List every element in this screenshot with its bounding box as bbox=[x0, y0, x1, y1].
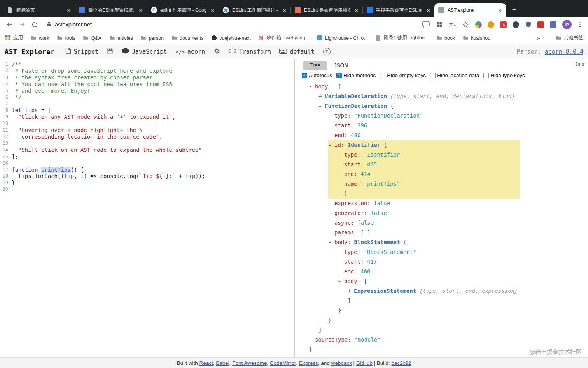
browser-tab[interactable]: 手摸手教你写个ESLint插× bbox=[363, 3, 434, 17]
tab-tree[interactable]: Tree bbox=[303, 61, 327, 70]
tree-node-line[interactable]: params: [ ] bbox=[295, 228, 588, 238]
bookmark-item[interactable]: documents bbox=[171, 35, 203, 41]
tab-close-icon[interactable]: × bbox=[210, 7, 215, 14]
red-extension-icon[interactable] bbox=[537, 21, 544, 28]
reload-button[interactable] bbox=[29, 19, 40, 30]
footer-link[interactable]: React bbox=[199, 360, 213, 366]
checkbox-checked-icon[interactable]: ✓ bbox=[336, 73, 342, 78]
tree-node-line[interactable]: -body: [ bbox=[295, 82, 588, 92]
code-line[interactable]: 2 * Paste or drop some JavaScript here a… bbox=[0, 68, 294, 74]
checkbox-unchecked-icon[interactable] bbox=[430, 73, 436, 78]
menu-kebab-icon[interactable] bbox=[578, 22, 583, 27]
tree-node-line[interactable]: type: "FunctionDeclaration" bbox=[295, 111, 588, 121]
save-button[interactable] bbox=[103, 44, 117, 59]
tree-node-line[interactable]: end: 480 bbox=[295, 267, 588, 276]
bookmark-item[interactable]: tools bbox=[56, 35, 75, 41]
collapse-toggle-icon[interactable]: - bbox=[309, 82, 315, 92]
tree-node-line[interactable]: end: 414 bbox=[328, 169, 520, 179]
tab-close-icon[interactable]: × bbox=[497, 7, 503, 14]
transform-default-button[interactable]: default bbox=[275, 44, 318, 59]
footer-link[interactable]: CodeMirror bbox=[270, 360, 296, 366]
star-icon[interactable] bbox=[462, 21, 469, 28]
dark-extension-icon[interactable] bbox=[513, 21, 519, 28]
bookmark-item[interactable]: person bbox=[140, 35, 164, 41]
checkbox-unchecked-icon[interactable] bbox=[483, 73, 489, 78]
footer-link[interactable]: GitHub bbox=[356, 360, 373, 366]
collapse-toggle-icon[interactable]: - bbox=[328, 140, 334, 150]
tab-json[interactable]: JSON bbox=[327, 61, 354, 70]
grid-icon[interactable] bbox=[436, 21, 443, 28]
tree-node-line[interactable]: generator: false bbox=[295, 208, 588, 218]
footer-link[interactable]: bac2c92 bbox=[391, 360, 411, 366]
code-line[interactable]: 7 bbox=[0, 100, 294, 107]
bookmark-item[interactable]: 附录1 使用 Lightho... bbox=[375, 35, 429, 41]
code-line[interactable]: 20 bbox=[0, 186, 294, 193]
browser-tab[interactable]: 新标签页× bbox=[3, 3, 75, 17]
browser-tab[interactable]: 最全的ESlint配置模板,× bbox=[75, 3, 147, 17]
checkbox-unchecked-icon[interactable] bbox=[380, 73, 385, 78]
footer-link[interactable]: Babel bbox=[216, 360, 229, 366]
parser-version-link[interactable]: acorn-8.0.4 bbox=[545, 48, 583, 55]
code-line[interactable]: 6 */ bbox=[0, 94, 294, 101]
code-line[interactable]: 1/** bbox=[0, 61, 294, 68]
browser-tab[interactable]: 知ESLint 工作原理探讨 -× bbox=[219, 3, 290, 17]
code-line[interactable]: 16 bbox=[0, 160, 294, 167]
checkbox-checked-icon[interactable]: ✓ bbox=[302, 73, 307, 78]
tab-close-icon[interactable]: × bbox=[354, 7, 359, 14]
code-line[interactable]: 8let tips = [ bbox=[0, 107, 294, 114]
footer-link[interactable]: webpack bbox=[331, 360, 352, 366]
code-editor[interactable]: 1/**2 * Paste or drop some JavaScript he… bbox=[0, 59, 294, 357]
tab-close-icon[interactable]: × bbox=[282, 7, 287, 14]
bookmark-item[interactable]: 应用 bbox=[5, 35, 23, 41]
bookmark-item[interactable]: book bbox=[436, 35, 455, 41]
code-line[interactable]: 3 * the syntax tree created by chosen pa… bbox=[0, 74, 294, 81]
tree-node-line[interactable]: -FunctionDeclaration { bbox=[295, 101, 588, 111]
pinwheel-extension-icon[interactable] bbox=[475, 21, 482, 28]
browser-tab[interactable]: ESLint 是如何使用和实...× bbox=[291, 3, 362, 17]
option-autofocus[interactable]: ✓Autofocus bbox=[302, 72, 332, 78]
footer-link[interactable]: Font Awesome bbox=[232, 360, 267, 366]
tree-node-line[interactable]: ] bbox=[295, 325, 588, 335]
language-button[interactable]: JavaScript bbox=[117, 44, 171, 59]
bookmark-item[interactable]: Q&A bbox=[83, 35, 102, 41]
tree-node-line[interactable]: -body: BlockStatement { bbox=[295, 238, 588, 247]
code-line[interactable]: 4 * You can use all the cool new feature… bbox=[0, 81, 294, 88]
tree-node-line[interactable]: name: "printTips" bbox=[328, 179, 520, 189]
tree-node-line[interactable]: } bbox=[328, 189, 520, 199]
tree-node-line[interactable]: start: 405 bbox=[328, 160, 520, 169]
cast-icon[interactable] bbox=[422, 21, 430, 28]
help-button[interactable]: ? bbox=[319, 44, 335, 59]
address-bar[interactable]: astexplorer.net bbox=[41, 21, 420, 28]
tab-close-icon[interactable]: × bbox=[138, 7, 144, 14]
code-line[interactable]: 10 bbox=[0, 120, 294, 127]
collapse-toggle-icon[interactable]: - bbox=[318, 101, 325, 111]
forward-button[interactable] bbox=[16, 19, 28, 30]
tree-node-line[interactable]: start: 417 bbox=[295, 257, 588, 267]
tree-node-line[interactable]: +VariableDeclaration {type, start, end, … bbox=[295, 92, 588, 101]
browser-tab[interactable]: AST explorer× bbox=[434, 3, 506, 17]
tree-node-line[interactable]: ] bbox=[295, 296, 588, 306]
code-line[interactable]: 9 "Click on any AST node with a '+' to e… bbox=[0, 114, 294, 120]
transform-button[interactable]: Transform bbox=[224, 44, 275, 59]
tree-node-line[interactable]: type: "BlockStatement" bbox=[295, 247, 588, 257]
browser-tab[interactable]: Geslint 作用原理 - Goog× bbox=[147, 3, 219, 17]
fe-extension-icon[interactable]: FE bbox=[500, 21, 507, 28]
tree-node-line[interactable]: sourceType: "module" bbox=[295, 335, 588, 345]
bookmark-item[interactable]: work bbox=[30, 35, 49, 41]
bookmark-item[interactable]: Lighthouse - Chro... bbox=[317, 35, 368, 41]
parser-settings-button[interactable] bbox=[209, 44, 224, 59]
tab-close-icon[interactable]: × bbox=[66, 7, 72, 14]
tree-node-line[interactable]: type: "Identifier" bbox=[328, 150, 520, 160]
expand-toggle-icon[interactable]: + bbox=[318, 92, 325, 101]
bookmark-item[interactable]: kuaishou bbox=[462, 35, 490, 41]
shield-extension-icon[interactable] bbox=[525, 21, 532, 28]
parser-button[interactable]: </> acorn bbox=[171, 44, 209, 59]
code-line[interactable]: 19} bbox=[0, 180, 294, 186]
tab-close-icon[interactable]: × bbox=[425, 7, 431, 14]
tree-node-line[interactable]: async: false bbox=[295, 218, 588, 228]
code-line[interactable]: 5 * and even more. Enjoy! bbox=[0, 88, 294, 94]
bookmark-item[interactable]: vuejs/vue-next bbox=[211, 35, 251, 41]
tree-node-line[interactable]: } bbox=[295, 306, 588, 315]
tree-node-line[interactable]: start: 396 bbox=[295, 121, 588, 130]
collapse-toggle-icon[interactable]: - bbox=[338, 276, 344, 286]
